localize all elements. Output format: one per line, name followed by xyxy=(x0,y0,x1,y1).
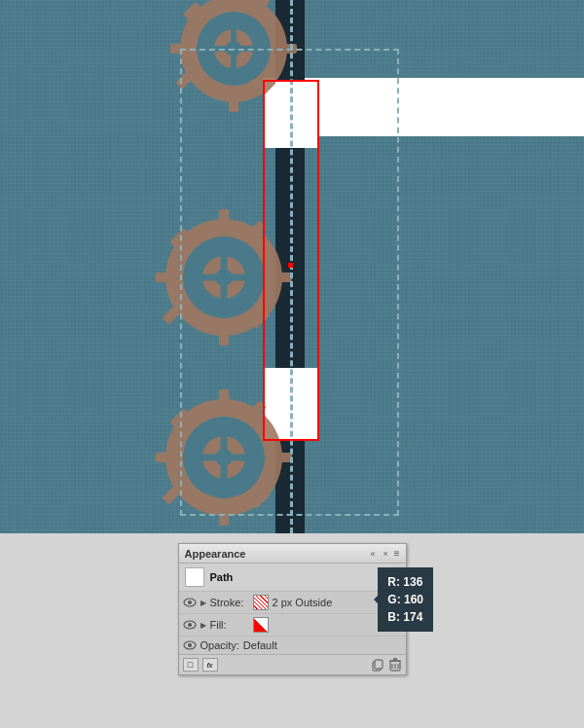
svg-point-45 xyxy=(188,623,192,627)
svg-point-47 xyxy=(188,643,192,647)
tooltip-g: G: 160 xyxy=(387,591,423,608)
panel-close-btn[interactable]: × xyxy=(381,548,389,560)
selection-box xyxy=(263,80,319,441)
opacity-row: Opacity: Default xyxy=(179,636,406,654)
fill-label: Fill: xyxy=(210,619,249,631)
panel-controls: « × ≡ xyxy=(368,548,399,560)
panel-area: Appearance « × ≡ Path ▶ Stroke: 2 px Out… xyxy=(0,533,584,728)
add-new-item-btn[interactable]: □ xyxy=(183,658,199,672)
panel-titlebar: Appearance « × ≡ xyxy=(179,544,406,564)
panel-path-header: Path xyxy=(179,564,406,591)
panel-title: Appearance xyxy=(185,548,246,560)
stroke-value: 2 px Outside xyxy=(273,597,333,608)
stroke-color-swatch[interactable] xyxy=(253,595,269,610)
svg-point-43 xyxy=(188,601,192,604)
fill-color-swatch[interactable] xyxy=(253,617,269,633)
panel-collapse-btn[interactable]: « xyxy=(368,548,377,560)
svg-rect-20 xyxy=(156,273,175,282)
path-label: Path xyxy=(210,571,234,583)
path-thumbnail xyxy=(185,567,204,587)
fill-visibility-icon[interactable] xyxy=(183,620,197,630)
color-tooltip: R: 136 G: 160 B: 174 xyxy=(378,567,433,632)
copy-icon[interactable] xyxy=(371,658,384,672)
svg-rect-4 xyxy=(229,0,238,3)
tooltip-b: B: 174 xyxy=(387,608,423,626)
tooltip-r: R: 136 xyxy=(387,573,423,591)
fill-row: ▶ Fill: xyxy=(179,613,406,636)
stroke-label: Stroke: xyxy=(210,597,249,608)
stroke-visibility-icon[interactable] xyxy=(183,598,197,607)
opacity-value: Default xyxy=(243,639,277,651)
fx-btn[interactable]: fx xyxy=(202,658,218,672)
svg-rect-49 xyxy=(375,660,383,669)
fill-expand-icon[interactable]: ▶ xyxy=(201,621,206,630)
panel-menu-btn[interactable]: ≡ xyxy=(394,548,400,559)
stroke-expand-icon[interactable]: ▶ xyxy=(201,599,206,607)
svg-rect-34 xyxy=(156,453,175,462)
appearance-panel: Appearance « × ≡ Path ▶ Stroke: 2 px Out… xyxy=(178,543,407,675)
panel-footer: □ fx xyxy=(179,654,406,674)
red-dot xyxy=(288,263,293,268)
delete-icon[interactable] xyxy=(388,658,402,672)
opacity-visibility-icon[interactable] xyxy=(183,640,197,650)
opacity-label: Opacity: xyxy=(201,639,239,651)
canvas-area xyxy=(0,0,584,533)
